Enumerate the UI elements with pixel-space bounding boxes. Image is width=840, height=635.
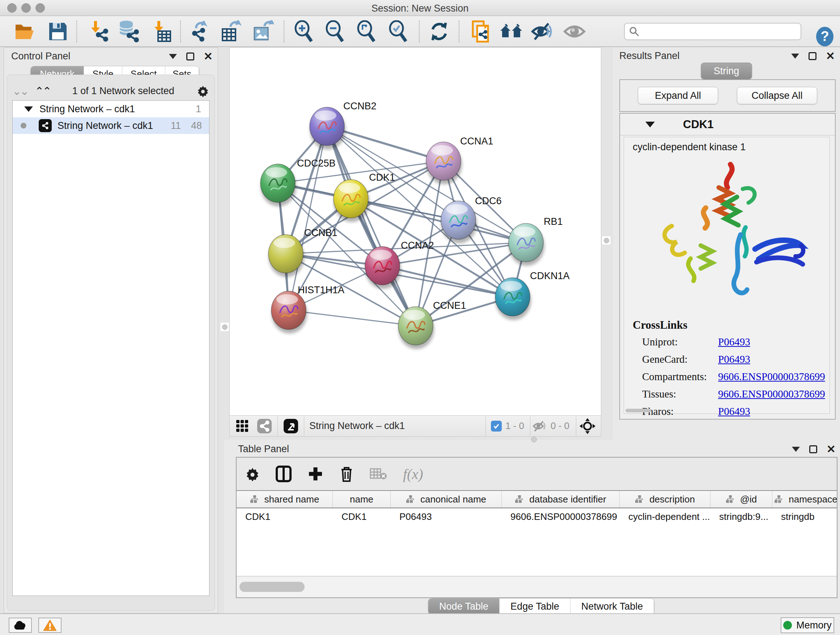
open-session-icon[interactable] — [14, 22, 36, 41]
close-panel-icon[interactable]: ✕ — [827, 445, 836, 453]
import-table-file-icon[interactable] — [152, 20, 172, 43]
expand-all-button[interactable]: Expand All — [638, 87, 718, 104]
network-graph[interactable]: CCNB2CCNA1CDC25BCDK1CDC6RB1CCNB1CCNA2CDK… — [230, 48, 601, 415]
node-label-CCNA1: CCNA1 — [460, 136, 493, 147]
export-image-icon[interactable] — [252, 20, 274, 43]
column-header-description[interactable]: description — [620, 491, 711, 508]
network-canvas[interactable]: CCNB2CCNA1CDC25BCDK1CDC6RB1CCNB1CCNA2CDK… — [229, 48, 601, 416]
tab-network-table[interactable]: Network Table — [570, 599, 654, 614]
node-CDK1[interactable] — [333, 180, 369, 222]
warnings-button[interactable] — [38, 618, 62, 633]
network-tab-content: ⌄⌄ ⌃⌃ 1 of 1 Network selected String Net… — [7, 74, 215, 611]
copy-view-icon[interactable] — [471, 20, 492, 43]
zoom-out-icon[interactable] — [325, 20, 346, 43]
network-current-indicator — [21, 123, 27, 128]
column-header-name[interactable]: name — [333, 491, 391, 508]
table-row[interactable]: CDK1CDK1P064939606.ENSP00000378699cyclin… — [237, 508, 837, 525]
show-all-icon[interactable] — [563, 23, 586, 40]
node-CDC6[interactable] — [441, 201, 477, 243]
column-header-shared-name[interactable]: shared name — [237, 491, 333, 508]
node-navigation-icon[interactable] — [579, 418, 596, 434]
column-header-namespace[interactable]: namespace — [772, 491, 837, 508]
node-CDC25B[interactable] — [261, 164, 296, 206]
table-hscrollbar[interactable] — [237, 576, 837, 597]
panel-menu-icon[interactable] — [792, 447, 800, 452]
search-box[interactable] — [624, 23, 801, 40]
crosslink-label: GeneCard: — [642, 352, 718, 366]
network-edges[interactable] — [278, 126, 526, 326]
tab-edge-table[interactable]: Edge Table — [500, 599, 570, 614]
results-hscroll-thumb[interactable] — [625, 409, 652, 412]
network-collection-row[interactable]: String Network – cdk1 1 — [13, 101, 209, 117]
collection-expand-icon[interactable] — [24, 106, 33, 112]
node-CCNB1[interactable] — [268, 234, 304, 277]
column-header-canonical-name[interactable]: canonical name — [391, 491, 502, 508]
crosslink-link[interactable]: 9606.ENSP00000378699 — [718, 386, 825, 401]
panel-menu-icon[interactable] — [169, 54, 177, 59]
float-panel-icon[interactable] — [808, 52, 816, 60]
selected-nodes-checkbox[interactable] — [491, 421, 502, 432]
table-cell: stringdb:9... — [711, 508, 772, 525]
memory-button[interactable]: Memory — [781, 617, 834, 633]
hide-selected-icon[interactable] — [531, 21, 554, 42]
open-in-browser-icon[interactable] — [283, 418, 299, 434]
collapse-all-button[interactable]: Collapse All — [737, 87, 817, 104]
node-CCNE1[interactable] — [398, 307, 434, 349]
crosslink-link[interactable]: P06493 — [718, 404, 750, 418]
column-header--id[interactable]: @id — [711, 491, 772, 508]
column-header-database-identifier[interactable]: database identifier — [502, 491, 620, 508]
network-options-gear-icon[interactable] — [196, 84, 210, 97]
expand-all-networks-icon[interactable]: ⌃⌃ — [35, 85, 50, 97]
node-CCNA2[interactable] — [365, 247, 401, 289]
edge-HIST1H1A-CCNE1 — [289, 310, 416, 326]
float-panel-icon[interactable] — [186, 52, 194, 60]
add-column-icon[interactable] — [308, 466, 324, 482]
show-graphics-details-icon[interactable] — [256, 418, 272, 434]
export-network-icon[interactable] — [189, 20, 211, 43]
save-session-icon[interactable] — [48, 21, 68, 42]
table-options-gear-icon[interactable] — [245, 467, 260, 481]
results-toolbar: Expand All Collapse All — [619, 79, 836, 112]
show-column-icon[interactable] — [276, 466, 292, 482]
close-panel-icon[interactable]: ✕ — [204, 52, 213, 60]
section-collapse-icon[interactable] — [645, 122, 655, 127]
results-panel-title: Results Panel — [619, 50, 680, 62]
network-row[interactable]: String Network – cdk1 11 48 — [13, 117, 209, 134]
table-hscroll-thumb[interactable] — [240, 582, 305, 592]
refresh-icon[interactable] — [429, 21, 449, 42]
node-CDKN1A[interactable] — [495, 278, 531, 320]
zoom-fit-icon[interactable] — [356, 20, 377, 43]
node-CCNB2[interactable] — [309, 107, 346, 149]
import-network-database-icon[interactable] — [117, 20, 140, 43]
function-builder-icon: f(x) — [403, 466, 423, 483]
right-splitter-handle[interactable] — [602, 236, 611, 245]
bottom-splitter-handle[interactable] — [531, 437, 537, 442]
cloud-status-button[interactable] — [9, 618, 32, 633]
tab-node-table[interactable]: Node Table — [428, 599, 500, 614]
import-network-file-icon[interactable] — [88, 20, 109, 43]
delete-column-icon[interactable] — [339, 465, 354, 483]
node-CCNA1[interactable] — [426, 142, 462, 184]
results-scroll-area: CDK1 cyclin-dependent kinase 1 — [619, 113, 836, 420]
birds-eye-view-icon[interactable] — [235, 419, 249, 433]
help-icon[interactable]: ? — [815, 27, 835, 47]
node-HIST1H1A[interactable] — [271, 291, 307, 333]
tab-string[interactable]: String — [701, 63, 752, 79]
float-panel-icon[interactable] — [809, 445, 817, 453]
zoom-in-icon[interactable] — [294, 20, 314, 43]
crosslink-link[interactable]: P06493 — [718, 352, 750, 366]
protein-section-header[interactable]: CDK1 — [620, 114, 835, 135]
crosslink-link[interactable]: 9606.ENSP00000378699 — [718, 369, 825, 384]
left-splitter-handle[interactable] — [220, 322, 229, 332]
export-table-icon[interactable] — [219, 20, 241, 43]
close-panel-icon[interactable]: ✕ — [826, 52, 835, 60]
node-label-CDC6: CDC6 — [475, 195, 502, 206]
first-neighbors-icon[interactable] — [500, 22, 523, 41]
table-panel-title: Table Panel — [238, 443, 289, 455]
panel-menu-icon[interactable] — [791, 54, 799, 59]
crosslink-link[interactable]: P06493 — [718, 334, 750, 349]
zoom-selected-icon[interactable] — [388, 20, 409, 43]
search-input[interactable] — [639, 27, 791, 37]
collapse-all-networks-icon[interactable]: ⌄⌄ — [12, 85, 27, 97]
node-RB1[interactable] — [508, 223, 545, 266]
